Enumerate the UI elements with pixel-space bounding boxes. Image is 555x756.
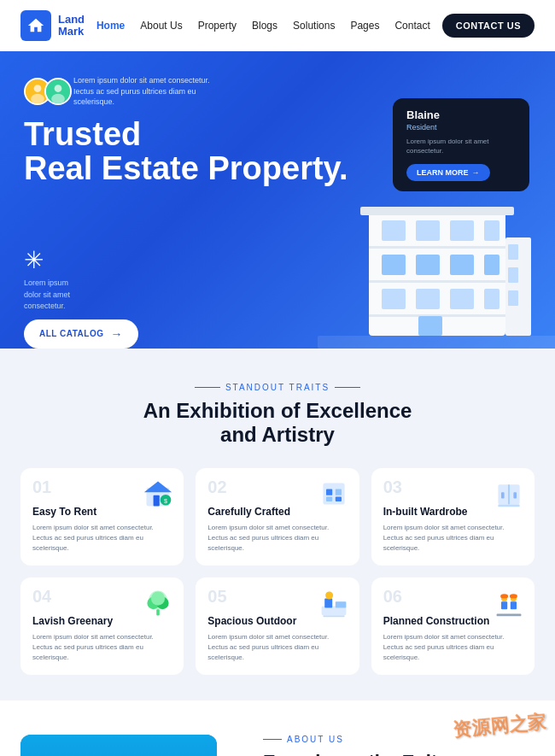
contact-button[interactable]: CONTACT US	[442, 14, 535, 38]
svg-rect-19	[484, 255, 500, 275]
wardrobe-icon	[494, 478, 524, 509]
feature-num-2: 02	[207, 478, 226, 495]
feature-desc-5: Lorem ipsum dolor sit amet consectetur. …	[207, 632, 347, 663]
logo: Land Mark	[20, 10, 85, 41]
house-icon	[26, 16, 45, 35]
outdoor-icon	[318, 588, 349, 618]
hero-title-line1: Trusted	[24, 116, 141, 152]
arrow-right-icon: →	[111, 327, 124, 341]
svg-rect-43	[513, 492, 517, 498]
nav-property[interactable]: Property	[198, 20, 237, 32]
svg-rect-20	[382, 289, 406, 309]
hero-resident-card: Blaine Resident Lorem ipsum dolor sit am…	[393, 98, 529, 191]
svg-point-48	[151, 592, 165, 606]
hero-building-area	[360, 195, 531, 349]
resident-role: Resident	[406, 123, 516, 132]
all-catalog-label: ALL CATALOG	[39, 329, 104, 338]
svg-point-53	[325, 592, 333, 600]
svg-text:$: $	[164, 497, 167, 505]
feature-card-3: 03 In-built Wardrobe Lorem ipsum dolor s…	[371, 468, 535, 566]
svg-rect-61	[497, 614, 522, 617]
feature-icon-5	[318, 588, 349, 618]
learn-more-button[interactable]: LEARN MORE →	[406, 164, 490, 181]
hero-title: Trusted Real Estate Property.	[24, 118, 348, 186]
svg-point-60	[510, 594, 517, 598]
svg-rect-27	[508, 244, 518, 260]
exhibition-section: STANDOUT TRAITS An Exhibition of Excelle…	[0, 349, 555, 701]
svg-rect-32	[154, 495, 160, 507]
avatar-icon-2	[46, 79, 70, 103]
svg-rect-51	[324, 599, 332, 608]
nav-links: Home About Us Property Blogs Solutions P…	[96, 20, 430, 32]
about-main-image	[20, 735, 217, 756]
feature-card-1: 01 $ Easy To Rent Lorem ipsum dolor sit …	[20, 468, 184, 566]
svg-rect-25	[360, 207, 514, 215]
svg-rect-39	[335, 497, 341, 501]
feature-icon-1: $	[143, 478, 173, 509]
hero-section: Lorem ipsum dolor sit amet consectetur. …	[0, 51, 555, 349]
learn-more-label: LEARN MORE	[417, 168, 469, 177]
feature-icon-3	[494, 478, 524, 509]
resident-desc: Lorem ipsum dolor sit amet consectetur.	[406, 137, 516, 155]
feature-card-4: 04 Lavish Greenary Lorem ipsum dolor sit…	[20, 577, 184, 675]
hero-badge-text: Lorem ipsum dolor sit amet consectetur. …	[73, 75, 210, 108]
svg-rect-36	[326, 489, 332, 495]
hero-badge-images	[24, 78, 65, 105]
about-title-line1: Experience the Epitome	[263, 751, 476, 756]
feature-num-4: 04	[32, 588, 51, 605]
navbar: Land Mark Home About Us Property Blogs S…	[0, 0, 555, 51]
svg-rect-10	[369, 280, 505, 283]
svg-rect-22	[450, 289, 474, 309]
feature-num-6: 06	[383, 588, 402, 605]
svg-rect-14	[450, 220, 474, 241]
feature-num-5: 05	[207, 588, 226, 605]
svg-rect-28	[508, 267, 518, 283]
svg-point-59	[500, 594, 508, 598]
feature-num-3: 03	[383, 478, 402, 495]
logo-icon	[20, 10, 51, 41]
about-images: 📶	[20, 735, 242, 756]
svg-rect-37	[335, 489, 341, 495]
hero-title-line2: Real Estate Property.	[24, 150, 348, 186]
feature-card-5: 05 Spacious Outdoor Lorem ipsum dolor si…	[196, 577, 359, 675]
nav-home[interactable]: Home	[96, 20, 125, 32]
svg-marker-31	[144, 482, 172, 493]
about-content: ABOUT US Experience the Epitome of Refin…	[263, 735, 535, 756]
hero-lorem-text: Lorem ipsum dolor sit amet consectetur.	[24, 278, 118, 313]
logo-top: Land	[58, 14, 85, 26]
nav-blogs[interactable]: Blogs	[252, 20, 278, 32]
svg-rect-54	[323, 616, 344, 618]
nav-solutions[interactable]: Solutions	[293, 20, 335, 32]
feature-icon-2	[318, 478, 349, 509]
feature-card-6: 06 Planned Construction Lorem ipsum dolo…	[371, 577, 535, 675]
all-catalog-button[interactable]: ALL CATALOG →	[24, 319, 138, 349]
card-arrow-icon: →	[472, 168, 480, 177]
svg-rect-15	[484, 220, 500, 241]
main-house-svg	[20, 735, 217, 756]
svg-rect-57	[501, 601, 507, 609]
svg-rect-13	[416, 220, 440, 241]
svg-rect-62	[20, 735, 217, 756]
construction-icon	[494, 588, 524, 618]
svg-rect-23	[484, 289, 500, 309]
nav-contact[interactable]: Contact	[394, 20, 429, 32]
exhibition-title: An Exhibition of Excellence and Artistry	[20, 399, 535, 448]
svg-rect-49	[157, 609, 161, 615]
about-title: Experience the Epitome of Refinement	[263, 751, 535, 756]
svg-rect-58	[511, 601, 517, 609]
logo-text: Land Mark	[58, 14, 85, 38]
feature-card-2: 02 Carefully Crafted Lorem ipsum dolor s…	[196, 468, 359, 566]
nav-pages[interactable]: Pages	[350, 20, 379, 32]
svg-point-1	[34, 85, 42, 92]
feature-num-1: 01	[32, 478, 51, 495]
about-tag: ABOUT US	[263, 735, 535, 744]
resident-name: Blaine	[406, 108, 516, 121]
easy-rent-icon: $	[143, 478, 173, 509]
nav-about[interactable]: About Us	[140, 20, 182, 32]
feature-icon-6	[494, 588, 524, 618]
building-illustration	[318, 178, 555, 349]
svg-rect-24	[418, 316, 442, 336]
svg-rect-52	[335, 601, 346, 607]
greenary-icon	[143, 588, 173, 618]
svg-rect-18	[450, 255, 474, 275]
